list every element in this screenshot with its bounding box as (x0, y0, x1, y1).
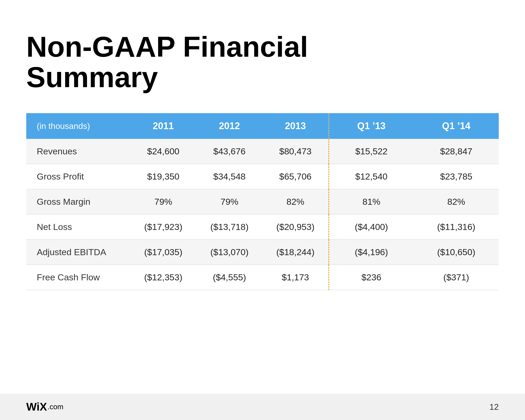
footer: WiX.com 12 (0, 394, 525, 420)
table-row: Adjusted EBITDA ($17,035) ($13,070) ($18… (26, 240, 499, 265)
row-netloss-2011: ($17,923) (130, 214, 196, 240)
row-netloss-q113: ($4,400) (329, 214, 414, 240)
row-fcf-2012: ($4,555) (196, 265, 262, 290)
table-row: Net Loss ($17,923) ($13,718) ($20,953) (… (26, 214, 499, 240)
header-col-label: (in thousands) (26, 113, 130, 139)
row-label-free-cash-flow: Free Cash Flow (26, 265, 130, 290)
row-netloss-2012: ($13,718) (196, 214, 262, 240)
row-fcf-2011: ($12,353) (130, 265, 196, 290)
financial-table: (in thousands) 2011 2012 2013 Q1 ’13 Q1 … (26, 113, 499, 290)
header-col-q114: Q1 ’14 (414, 113, 499, 139)
financial-table-wrapper: (in thousands) 2011 2012 2013 Q1 ’13 Q1 … (26, 113, 499, 290)
row-revenues-q113: $15,522 (329, 139, 414, 164)
row-grossprofit-q114: $23,785 (414, 164, 499, 189)
row-fcf-q113: $236 (329, 265, 414, 290)
row-grossmargin-2011: 79% (130, 189, 196, 214)
row-grossmargin-2012: 79% (196, 189, 262, 214)
row-revenues-2013: $80,473 (262, 139, 329, 164)
row-fcf-q114: ($371) (414, 265, 499, 290)
page-container: Non-GAAP Financial Summary (in thousands… (0, 0, 525, 420)
table-row: Free Cash Flow ($12,353) ($4,555) $1,173… (26, 265, 499, 290)
row-ebitda-2012: ($13,070) (196, 240, 262, 265)
header-col-2013: 2013 (262, 113, 329, 139)
row-ebitda-q114: ($10,650) (414, 240, 499, 265)
header-col-2012: 2012 (196, 113, 262, 139)
header-col-2011: 2011 (130, 113, 196, 139)
header-col-q113: Q1 ’13 (329, 113, 414, 139)
page-number: 12 (489, 402, 499, 412)
row-grossprofit-2012: $34,548 (196, 164, 262, 189)
row-ebitda-q113: ($4,196) (329, 240, 414, 265)
row-fcf-2013: $1,173 (262, 265, 329, 290)
row-label-gross-margin: Gross Margin (26, 189, 130, 214)
table-row: Revenues $24,600 $43,676 $80,473 $15,522… (26, 139, 499, 164)
wix-logo: WiX.com (26, 401, 64, 413)
row-grossprofit-2011: $19,350 (130, 164, 196, 189)
row-label-adjusted-ebitda: Adjusted EBITDA (26, 240, 130, 265)
row-revenues-q114: $28,847 (414, 139, 499, 164)
page-title: Non-GAAP Financial Summary (26, 32, 499, 92)
row-revenues-2011: $24,600 (130, 139, 196, 164)
row-grossmargin-q113: 81% (329, 189, 414, 214)
row-ebitda-2013: ($18,244) (262, 240, 329, 265)
row-grossprofit-q113: $12,540 (329, 164, 414, 189)
row-ebitda-2011: ($17,035) (130, 240, 196, 265)
row-grossmargin-2013: 82% (262, 189, 329, 214)
row-label-revenues: Revenues (26, 139, 130, 164)
row-label-gross-profit: Gross Profit (26, 164, 130, 189)
row-grossmargin-q114: 82% (414, 189, 499, 214)
wix-logo-text: WiX (26, 401, 47, 413)
table-header-row: (in thousands) 2011 2012 2013 Q1 ’13 Q1 … (26, 113, 499, 139)
wix-logo-suffix: .com (48, 403, 64, 411)
row-netloss-q114: ($11,316) (414, 214, 499, 240)
row-label-net-loss: Net Loss (26, 214, 130, 240)
table-row: Gross Profit $19,350 $34,548 $65,706 $12… (26, 164, 499, 189)
row-revenues-2012: $43,676 (196, 139, 262, 164)
row-grossprofit-2013: $65,706 (262, 164, 329, 189)
table-row: Gross Margin 79% 79% 82% 81% 82% (26, 189, 499, 214)
row-netloss-2013: ($20,953) (262, 214, 329, 240)
